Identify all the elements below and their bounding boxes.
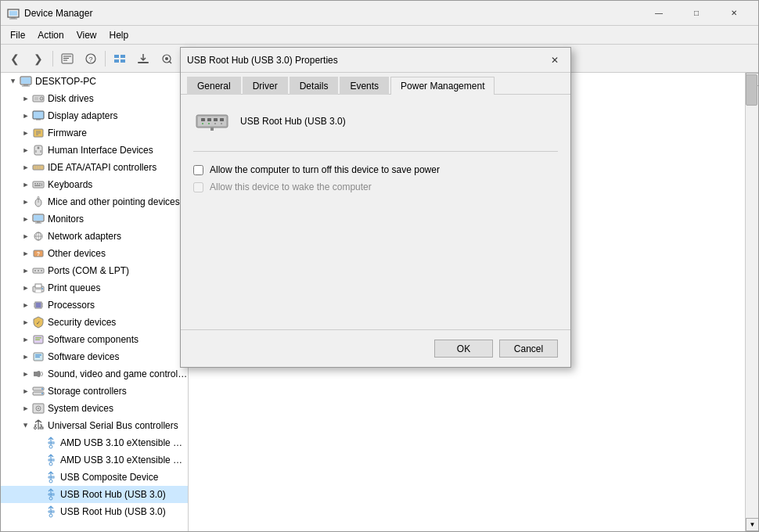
dialog-title: USB Root Hub (USB 3.0) Properties [187,55,545,66]
dialog-footer: OK Cancel [181,329,570,367]
dialog-title-bar: USB Root Hub (USB 3.0) Properties ✕ [181,48,570,73]
ok-button[interactable]: OK [434,340,493,358]
tab-power-management[interactable]: Power Management [390,77,495,95]
checkbox-row-1: Allow the computer to turn off this devi… [193,164,558,175]
dialog-close-button[interactable]: ✕ [545,51,564,70]
svg-point-115 [214,123,216,124]
dialog-overlay: USB Root Hub (USB 3.0) Properties ✕ Gene… [0,0,759,532]
dialog-content: USB Root Hub (USB 3.0) Allow the compute… [181,95,570,329]
checkbox-row-2: Allow this device to wake the computer [193,182,558,192]
svg-rect-111 [214,118,218,121]
dialog-tabs: General Driver Details Events Power Mana… [181,73,570,95]
tab-driver[interactable]: Driver [243,77,288,95]
allow-wake-checkbox[interactable] [193,182,203,192]
content-divider [193,151,558,152]
allow-wake-label: Allow this device to wake the computer [210,182,372,192]
svg-rect-109 [201,118,205,121]
device-name: USB Root Hub (USB 3.0) [240,116,346,127]
svg-point-114 [208,123,210,124]
allow-turnoff-checkbox[interactable] [193,165,203,175]
device-icon-large [193,107,231,135]
svg-rect-112 [220,118,224,121]
allow-turnoff-label[interactable]: Allow the computer to turn off this devi… [210,164,440,175]
svg-point-113 [202,123,203,124]
tab-events[interactable]: Events [340,77,389,95]
tab-general[interactable]: General [187,77,241,95]
svg-point-116 [221,123,222,124]
properties-dialog: USB Root Hub (USB 3.0) Properties ✕ Gene… [180,47,571,368]
svg-rect-117 [210,128,214,131]
cancel-button[interactable]: Cancel [499,340,558,358]
tab-details[interactable]: Details [290,77,339,95]
device-header: USB Root Hub (USB 3.0) [193,107,558,135]
svg-rect-110 [207,118,211,121]
